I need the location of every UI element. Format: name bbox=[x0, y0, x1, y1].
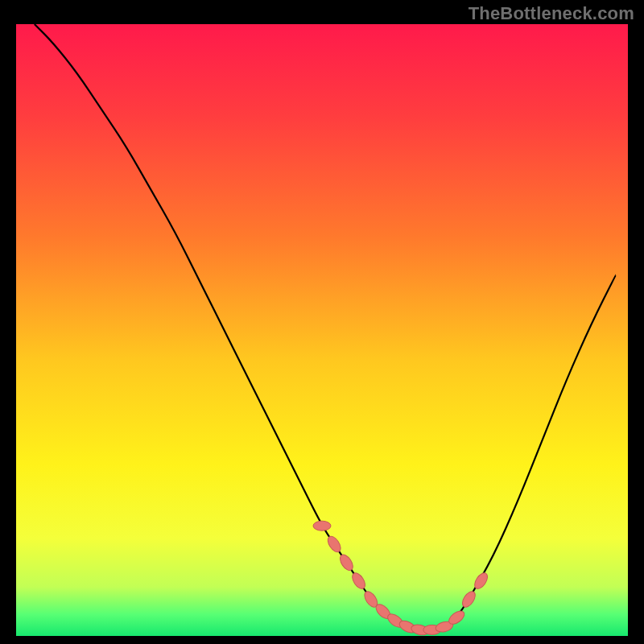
gradient-rect bbox=[16, 24, 628, 636]
plot-area bbox=[16, 24, 628, 636]
chart-svg bbox=[16, 24, 628, 636]
chart-frame: TheBottleneck.com bbox=[0, 0, 644, 644]
marker-point bbox=[313, 521, 331, 530]
watermark-text: TheBottleneck.com bbox=[469, 3, 634, 24]
